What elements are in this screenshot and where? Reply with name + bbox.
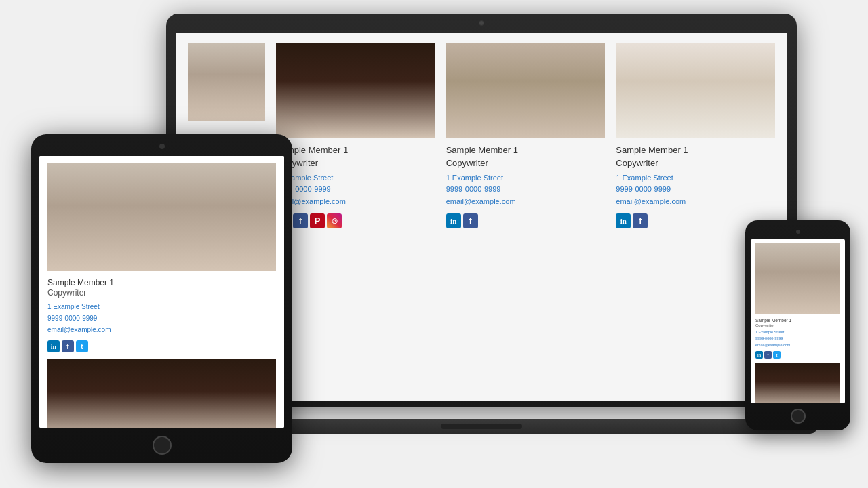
tablet-member-photo xyxy=(47,163,276,271)
laptop-email-link-2[interactable]: email@example.com xyxy=(446,196,606,208)
tablet-member2-photo xyxy=(47,359,276,428)
laptop-member-name-2: Sample Member 1 xyxy=(446,145,606,157)
laptop-member-address-3: 1 Example Street 9999-0000-9999 email@ex… xyxy=(616,172,775,208)
phone-member-address: 1 Example Street 9999-0000-9999 email@ex… xyxy=(755,329,840,348)
laptop-phone-link-2[interactable]: 9999-0000-9999 xyxy=(446,184,606,196)
tablet-member-name: Sample Member 1 xyxy=(47,278,276,287)
laptop-camera xyxy=(479,20,484,26)
tablet-home-button[interactable] xyxy=(153,436,172,455)
laptop-member-address-1: 1 Example Street 9999-0000-9999 email@ex… xyxy=(276,172,435,208)
laptop-member-address-2: 1 Example Street 9999-0000-9999 email@ex… xyxy=(446,172,606,208)
laptop-member-title-1: Copywriter xyxy=(276,158,435,168)
phone-member-name: Sample Member 1 xyxy=(755,318,840,323)
phone-outer-shell: Sample Member 1 Copywriter 1 Example Str… xyxy=(745,220,850,430)
facebook-icon-3[interactable]: f xyxy=(633,214,648,228)
laptop-member-photo-3 xyxy=(616,43,775,138)
tablet-screen: Sample Member 1 Copywriter 1 Example Str… xyxy=(39,156,284,428)
tablet-linkedin-icon[interactable]: in xyxy=(47,340,60,352)
laptop-address-link-3[interactable]: 1 Example Street xyxy=(616,172,775,184)
phone-twitter-icon[interactable]: t xyxy=(773,351,781,359)
phone-linkedin-icon[interactable]: in xyxy=(755,351,763,359)
tablet-member-title: Copywriter xyxy=(47,288,276,298)
tablet-phone-link[interactable]: 9999-0000-9999 xyxy=(47,312,276,324)
scene: Sample Member 1 Copywriter 1 Example Str… xyxy=(0,0,868,488)
laptop-email-link-1[interactable]: email@example.com xyxy=(276,196,435,208)
linkedin-icon-3[interactable]: in xyxy=(616,214,631,228)
tablet-twitter-icon[interactable]: t xyxy=(76,340,88,352)
tablet-member-address: 1 Example Street 9999-0000-9999 email@ex… xyxy=(47,301,276,336)
laptop-member-card-1: Sample Member 1 Copywriter 1 Example Str… xyxy=(271,43,441,394)
pinterest-icon-1[interactable]: P xyxy=(310,214,325,228)
phone-screen: Sample Member 1 Copywriter 1 Example Str… xyxy=(751,239,845,403)
laptop-phone-link-3[interactable]: 9999-0000-9999 xyxy=(616,184,775,196)
laptop-member-name-3: Sample Member 1 xyxy=(616,145,775,157)
phone-address-link[interactable]: 1 Example Street xyxy=(755,329,840,336)
phone-content: Sample Member 1 Copywriter 1 Example Str… xyxy=(751,239,845,403)
linkedin-icon-2[interactable]: in xyxy=(446,214,461,228)
laptop-member-name-1: Sample Member 1 xyxy=(276,145,435,157)
phone-phone-link[interactable]: 9999-0000-9999 xyxy=(755,336,840,342)
laptop-member-photo-1 xyxy=(276,43,435,138)
phone-facebook-icon[interactable]: f xyxy=(764,351,772,359)
tablet-email-link[interactable]: email@example.com xyxy=(47,324,276,336)
tablet-facebook-icon[interactable]: f xyxy=(62,340,74,352)
laptop-phone-link-1[interactable]: 9999-0000-9999 xyxy=(276,184,435,196)
phone-member-title: Copywriter xyxy=(755,323,840,327)
laptop-address-link-1[interactable]: 1 Example Street xyxy=(276,172,435,184)
tablet-outer-shell: Sample Member 1 Copywriter 1 Example Str… xyxy=(31,134,292,463)
laptop-member-title-2: Copywriter xyxy=(446,158,606,168)
phone-member-photo xyxy=(755,243,840,314)
phone-home-button[interactable] xyxy=(791,409,806,424)
laptop-member-card-2: Sample Member 1 Copywriter 1 Example Str… xyxy=(441,43,611,394)
phone-email-link[interactable]: email@example.com xyxy=(755,342,840,348)
laptop-address-link-2[interactable]: 1 Example Street xyxy=(446,172,606,184)
laptop-member-photo-0 xyxy=(188,43,265,121)
laptop-member-title-3: Copywriter xyxy=(616,158,775,168)
tablet-device: Sample Member 1 Copywriter 1 Example Str… xyxy=(31,134,292,463)
phone-member2-photo xyxy=(755,363,840,403)
laptop-email-link-3[interactable]: email@example.com xyxy=(616,196,775,208)
facebook-icon-1[interactable]: f xyxy=(293,214,308,228)
phone-social-icons: in f t xyxy=(755,351,840,359)
instagram-icon-1[interactable]: ◎ xyxy=(327,214,342,228)
phone-camera xyxy=(796,230,800,234)
phone-device: Sample Member 1 Copywriter 1 Example Str… xyxy=(745,220,850,430)
tablet-address-link[interactable]: 1 Example Street xyxy=(47,301,276,312)
laptop-social-icons-1: in f P ◎ xyxy=(276,214,435,228)
tablet-content: Sample Member 1 Copywriter 1 Example Str… xyxy=(39,156,284,428)
tablet-social-icons: in f t xyxy=(47,340,276,352)
laptop-member-photo-2 xyxy=(446,43,606,138)
tablet-camera xyxy=(159,144,165,149)
facebook-icon-2[interactable]: f xyxy=(463,214,478,228)
laptop-social-icons-2: in f xyxy=(446,214,606,228)
